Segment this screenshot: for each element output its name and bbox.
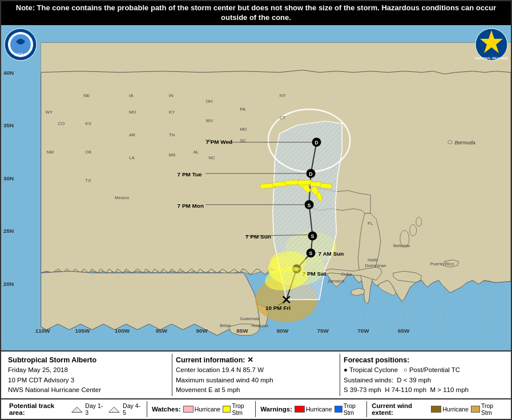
day45-legend: Day 4-5 — [107, 402, 142, 416]
svg-rect-123 — [320, 183, 332, 189]
svg-text:Jamaica: Jamaica — [327, 278, 344, 284]
note-text: Note: The cone contains the probable pat… — [16, 3, 496, 22]
svg-point-125 — [270, 251, 307, 272]
svg-text:25N: 25N — [3, 228, 14, 234]
storm-advisory: 10 PM CDT Advisory 3 — [8, 377, 74, 383]
svg-text:110W: 110W — [35, 328, 51, 334]
svg-text:D: D — [315, 140, 319, 146]
svg-text:NOAA: NOAA — [15, 52, 27, 56]
svg-text:NY: NY — [280, 92, 287, 98]
svg-text:IA: IA — [129, 92, 134, 98]
svg-text:MO: MO — [129, 110, 136, 115]
info-top-row: Subtropical Storm Alberto Friday May 25,… — [1, 352, 511, 399]
svg-text:TX: TX — [85, 178, 91, 183]
warn-trop-label: Trop Stm — [344, 402, 362, 416]
tc-symbol: ● Tropical Cyclone — [344, 366, 398, 373]
svg-text:KS: KS — [85, 121, 91, 126]
svg-text:NM: NM — [47, 150, 54, 155]
svg-text:D: D — [309, 171, 313, 177]
forecast-section: Forecast positions: ● Tropical Cyclone ○… — [340, 354, 507, 397]
warn-hurricane-legend: Hurricane — [295, 406, 332, 413]
watch-trop-label: Trop Stm — [232, 402, 251, 416]
legend-row: Potential track area: Day 1-3 — [1, 399, 511, 419]
svg-text:FL: FL — [368, 220, 373, 225]
svg-text:CT: CT — [280, 115, 286, 120]
svg-marker-21 — [41, 43, 511, 72]
d-label: D < 39 mph — [397, 377, 431, 383]
svg-text:LA: LA — [129, 155, 135, 160]
noaa-logo: NOAA — [3, 27, 38, 62]
svg-text:WY: WY — [46, 110, 54, 115]
svg-text:Guatemala: Guatemala — [240, 317, 259, 321]
warn-trop-box — [334, 406, 342, 413]
svg-text:NATIONAL WEATHER: NATIONAL WEATHER — [475, 56, 508, 60]
svg-text:75W: 75W — [317, 328, 329, 334]
svg-text:PA: PA — [240, 107, 246, 112]
svg-text:Belize: Belize — [220, 324, 231, 328]
storm-name-section: Subtropical Storm Alberto Friday May 25,… — [5, 354, 172, 397]
day13-legend: Day 1-3 — [70, 402, 105, 416]
day45-label: Day 4-5 — [123, 402, 142, 416]
current-info-label: Current information: ✕ — [176, 356, 253, 364]
svg-text:20N: 20N — [3, 281, 14, 287]
warn-hurricane-label: Hurricane — [306, 406, 332, 413]
sustained-winds: Sustained winds: — [344, 377, 393, 383]
storm-name: Subtropical Storm Alberto — [8, 356, 96, 364]
svg-rect-121 — [298, 180, 312, 185]
svg-point-32 — [410, 224, 417, 236]
svg-text:S: S — [308, 202, 311, 208]
track-label: Potential track area: — [9, 402, 67, 416]
watch-trop-legend: Trop Stm — [223, 402, 251, 416]
svg-text:35N: 35N — [3, 122, 14, 128]
svg-text:Honduras: Honduras — [251, 324, 269, 328]
svg-rect-119 — [273, 181, 287, 187]
note-bar: Note: The cone contains the probable pat… — [1, 1, 511, 25]
svg-text:MD: MD — [240, 127, 247, 132]
svg-text:TN: TN — [169, 132, 175, 138]
svg-text:Dominican: Dominican — [365, 263, 386, 268]
wind-hurricane-label: Hurricane — [442, 406, 469, 413]
wind-hurricane-box — [431, 406, 441, 413]
info-panel: Subtropical Storm Alberto Friday May 25,… — [1, 350, 511, 419]
svg-text:7 AM Sun: 7 AM Sun — [319, 251, 344, 257]
s-label: S 39-73 mph — [344, 386, 381, 393]
svg-text:S: S — [309, 251, 313, 256]
h-label: H 74-110 mph — [385, 386, 426, 393]
svg-text:AL: AL — [193, 150, 199, 155]
watch-hurricane-legend: Hurricane — [183, 406, 221, 413]
svg-text:7 PM Mon: 7 PM Mon — [178, 202, 204, 208]
svg-text:AR: AR — [129, 132, 135, 138]
svg-text:MS: MS — [169, 152, 176, 158]
svg-text:80W: 80W — [277, 328, 289, 334]
svg-text:VA: VA — [205, 138, 212, 143]
max-wind: Maximum sustained wind 40 mph — [176, 377, 273, 383]
svg-text:CO: CO — [58, 121, 65, 126]
warnings-label: Warnings: — [260, 406, 292, 413]
svg-text:Puerto Rico: Puerto Rico — [430, 261, 454, 266]
svg-text:30N: 30N — [3, 175, 14, 181]
svg-point-34 — [448, 140, 452, 144]
svg-text:NC: NC — [208, 155, 215, 160]
svg-text:90W: 90W — [196, 328, 208, 334]
svg-rect-120 — [285, 180, 300, 185]
svg-text:S: S — [311, 233, 315, 239]
warn-hurricane-box — [295, 406, 305, 413]
day13-label: Day 1-3 — [85, 402, 104, 416]
svg-text:10 PM Fri: 10 PM Fri — [265, 305, 291, 311]
warn-trop-legend: Trop Stm — [334, 402, 362, 416]
track-legend: Potential track area: Day 1-3 — [5, 401, 147, 417]
current-info-section: Current information: ✕ Center location 1… — [172, 354, 340, 397]
watch-trop-box — [223, 406, 231, 413]
m-label: M > 110 mph — [430, 386, 469, 393]
svg-text:KY: KY — [169, 110, 175, 115]
wind-trop-legend: Trop Stm — [471, 402, 503, 416]
svg-text:70W: 70W — [357, 328, 369, 334]
svg-text:NE: NE — [83, 92, 90, 98]
svg-text:7 PM Tue: 7 PM Tue — [178, 171, 202, 177]
svg-text:95W: 95W — [156, 328, 168, 334]
storm-agency: NWS National Hurricane Center — [8, 386, 101, 393]
watch-hurricane-box — [183, 406, 193, 413]
svg-text:Mexico: Mexico — [115, 195, 130, 200]
center-location: Center location 19.4 N 85.7 W — [176, 366, 264, 373]
watches-legend: Watches: Hurricane Trop Stm — [147, 401, 256, 417]
